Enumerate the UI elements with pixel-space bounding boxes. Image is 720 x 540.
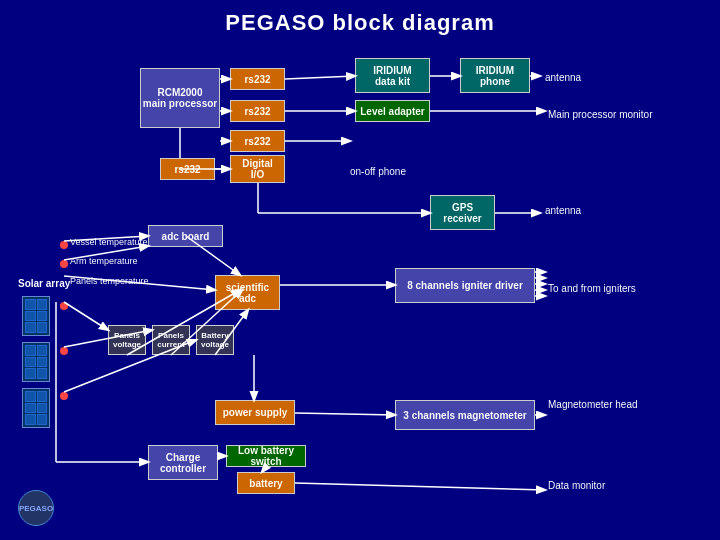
scientific-adc-box: scientificadc xyxy=(215,275,280,310)
arm-temperature-label: Arm temperature xyxy=(70,256,138,266)
page: PEGASO block diagram RCM2000main process… xyxy=(0,0,720,540)
to-from-igniters-label: To and from igniters xyxy=(548,283,636,294)
panels-voltage-box: Panelsvoltage xyxy=(108,325,146,355)
digital-io-box: DigitalI/O xyxy=(230,155,285,183)
rs232-bottom-box: rs232 xyxy=(160,158,215,180)
rs232-top-box: rs232 xyxy=(230,68,285,90)
vessel-temperature-label: Vessel temperature xyxy=(70,237,148,247)
rs232-mid1-box: rs232 xyxy=(230,100,285,122)
antenna1-label: antenna xyxy=(545,72,581,83)
dot-panels2 xyxy=(60,347,68,355)
svg-line-35 xyxy=(295,483,545,490)
dot-panels3 xyxy=(60,392,68,400)
rs232-mid2-box: rs232 xyxy=(230,130,285,152)
gps-receiver-box: GPSreceiver xyxy=(430,195,495,230)
dot-panels xyxy=(60,302,68,310)
main-processor-monitor-label: Main processor monitor xyxy=(548,109,652,120)
svg-line-31 xyxy=(295,413,395,415)
antenna2-label: antenna xyxy=(545,205,581,216)
low-battery-switch-box: Low battery switch xyxy=(226,445,306,467)
svg-line-6 xyxy=(285,76,355,79)
solar-panel-3 xyxy=(22,388,50,428)
iridium-data-box: IRIDIUMdata kit xyxy=(355,58,430,93)
panels-temperature-label: Panels temperature xyxy=(70,276,149,286)
igniter-driver-box: 8 channels igniter driver xyxy=(395,268,535,303)
dot-arm-temp xyxy=(60,260,68,268)
svg-line-19 xyxy=(64,302,108,330)
power-supply-box: power supply xyxy=(215,400,295,425)
solar-panel-1 xyxy=(22,296,50,336)
on-off-phone-label: on-off phone xyxy=(350,166,406,177)
battery-voltage-box: Batteryvoltage xyxy=(196,325,234,355)
page-title: PEGASO block diagram xyxy=(0,0,720,41)
magnetometer-head-label: Magnetometer head xyxy=(548,398,638,411)
logo: PEGASO xyxy=(18,490,54,526)
magnetometer-box: 3 channels magnetometer xyxy=(395,400,535,430)
data-monitor-label: Data monitor xyxy=(548,480,605,491)
dot-vessel-temp xyxy=(60,241,68,249)
solar-panel-2 xyxy=(22,342,50,382)
adc-board-box: adc board xyxy=(148,225,223,247)
panels-current-box: Panelscurrent xyxy=(152,325,190,355)
battery-box: battery xyxy=(237,472,295,494)
charge-controller-box: Chargecontroller xyxy=(148,445,218,480)
solar-array-label: Solar array xyxy=(18,278,70,289)
iridium-phone-box: IRIDIUMphone xyxy=(460,58,530,93)
level-adapter-box: Level adapter xyxy=(355,100,430,122)
rcm2000-box: RCM2000main processor xyxy=(140,68,220,128)
